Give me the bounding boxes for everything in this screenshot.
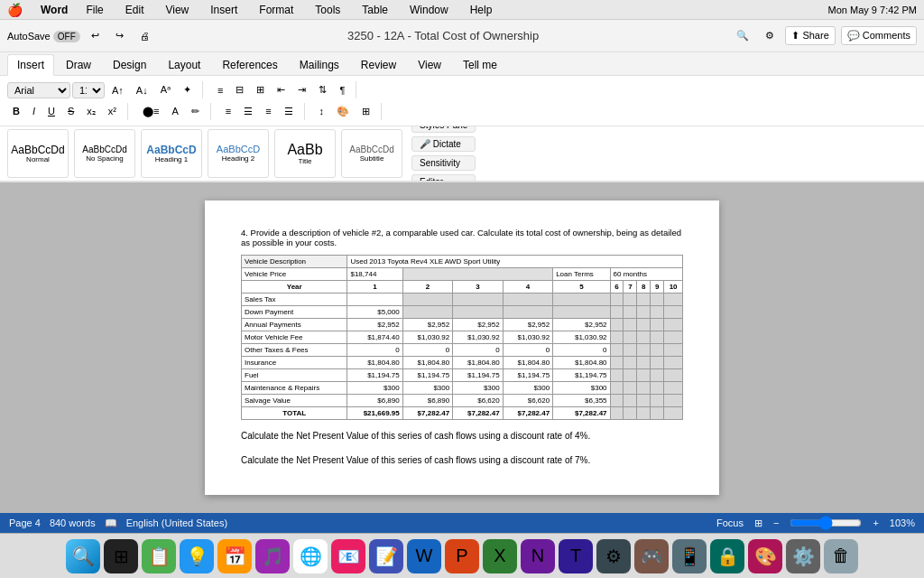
increase-indent-icon[interactable]: ⇥: [292, 81, 311, 98]
cost-table: Vehicle Description Used 2013 Toyota Rev…: [241, 255, 683, 420]
superscript-button[interactable]: x²: [103, 103, 122, 119]
style-heading1[interactable]: AaBbCcD Heading 1: [141, 129, 202, 178]
strikethrough-button[interactable]: S: [62, 103, 79, 119]
style-heading2[interactable]: AaBbCcD Heading 2: [208, 129, 269, 178]
dock-app5[interactable]: 📅: [217, 539, 252, 573]
dock-launchpad[interactable]: ⊞: [104, 539, 138, 573]
tab-design[interactable]: Design: [103, 54, 156, 75]
vehicle-desc-value: Used 2013 Toyota Rev4 XLE AWD Sport Util…: [347, 256, 683, 268]
menu-tools[interactable]: Tools: [311, 2, 344, 18]
menu-format[interactable]: Format: [255, 2, 297, 18]
tab-layout[interactable]: Layout: [158, 54, 210, 75]
menu-insert[interactable]: Insert: [207, 2, 241, 18]
tab-references[interactable]: References: [212, 54, 287, 75]
table-row: Salvage Value $6,890 $6,890 $6,620 $6,62…: [242, 395, 683, 407]
align-left-button[interactable]: ⬤≡: [137, 103, 164, 120]
dock-teams[interactable]: T: [559, 539, 593, 573]
menu-file[interactable]: File: [82, 2, 106, 18]
year-header: Year: [242, 281, 347, 294]
focus-button[interactable]: Focus: [716, 517, 744, 528]
sort-icon[interactable]: ⇅: [313, 81, 332, 98]
text-justify[interactable]: ☰: [279, 103, 299, 120]
settings-icon[interactable]: ⚙: [760, 27, 780, 44]
menu-view[interactable]: View: [162, 2, 192, 18]
show-marks-icon[interactable]: ¶: [334, 82, 350, 98]
subscript-button[interactable]: x₂: [81, 103, 101, 120]
zoom-out-icon[interactable]: −: [773, 517, 779, 528]
dock-app19[interactable]: 🎨: [748, 539, 782, 573]
increase-font-icon[interactable]: A↑: [106, 82, 129, 98]
comments-button[interactable]: 💬 Comments: [841, 26, 917, 45]
dock-app8[interactable]: 📧: [331, 539, 365, 573]
editor-button[interactable]: Editor: [411, 174, 476, 182]
dock-powerpoint[interactable]: P: [445, 539, 479, 573]
language-label: English (United States): [126, 517, 228, 528]
table-row: Motor Vehicle Fee $1,874.40 $1,030.92 $1…: [242, 331, 683, 344]
bold-button[interactable]: B: [7, 103, 25, 119]
redo-icon[interactable]: ↪: [110, 27, 129, 44]
numbering-icon[interactable]: ⊟: [230, 81, 249, 98]
borders-button[interactable]: ⊞: [356, 103, 375, 120]
zoom-slider[interactable]: [790, 516, 862, 530]
tab-view[interactable]: View: [408, 54, 451, 75]
font-select[interactable]: Arial: [7, 82, 70, 98]
dock-app9[interactable]: 📝: [369, 539, 403, 573]
decrease-font-icon[interactable]: A↓: [131, 82, 153, 98]
underline-button[interactable]: U: [42, 103, 60, 119]
text-align-left[interactable]: ≡: [220, 103, 236, 119]
tab-insert[interactable]: Insert: [7, 54, 54, 76]
dock-app4[interactable]: 💡: [180, 539, 214, 573]
zoom-in-icon[interactable]: +: [873, 517, 878, 528]
dock-app17[interactable]: 📱: [672, 539, 707, 573]
dock-chrome[interactable]: 🌐: [293, 539, 328, 573]
menu-table[interactable]: Table: [358, 2, 392, 18]
search-icon[interactable]: 🔍: [731, 27, 754, 44]
dock-app18[interactable]: 🔒: [710, 539, 744, 573]
dock-app6[interactable]: 🎵: [255, 539, 290, 573]
menu-window[interactable]: Window: [406, 2, 452, 18]
line-spacing-button[interactable]: ↕: [314, 103, 330, 119]
font-format-icon[interactable]: Aᵃ: [155, 81, 176, 98]
sensitivity-button[interactable]: Sensitivity: [411, 155, 476, 171]
dock-trash[interactable]: 🗑: [824, 539, 858, 573]
tab-mailings[interactable]: Mailings: [290, 54, 349, 75]
font-color-button[interactable]: A: [166, 103, 183, 119]
dock-app3[interactable]: 📋: [142, 539, 176, 573]
apple-menu-icon[interactable]: 🍎: [7, 3, 23, 17]
dock-onenote[interactable]: N: [521, 539, 555, 573]
menu-help[interactable]: Help: [467, 2, 496, 18]
decrease-indent-icon[interactable]: ⇤: [272, 81, 291, 98]
shading-button[interactable]: 🎨: [331, 103, 355, 120]
dock-excel[interactable]: X: [483, 539, 517, 573]
tab-review[interactable]: Review: [351, 54, 406, 75]
view-mode-icon[interactable]: ⊞: [754, 517, 762, 529]
dock-app15[interactable]: ⚙: [596, 539, 631, 573]
dictate-button[interactable]: 🎤 Dictate: [411, 136, 476, 152]
undo-icon[interactable]: ↩: [86, 27, 105, 44]
font-size-select[interactable]: 11: [72, 82, 105, 98]
tab-tell-me[interactable]: Tell me: [453, 54, 507, 75]
style-subtitle[interactable]: AaBbCcDd Subtitle: [341, 129, 402, 178]
vehicle-price-value: $18,744: [347, 268, 402, 281]
print-icon[interactable]: 🖨: [134, 28, 155, 44]
multilevel-icon[interactable]: ⊞: [251, 81, 270, 98]
text-align-center[interactable]: ☰: [238, 103, 258, 120]
dock-settings[interactable]: ⚙️: [786, 539, 820, 573]
dock-word[interactable]: W: [407, 539, 441, 573]
price-loan-row: Vehicle Price $18,744 Loan Terms 60 mont…: [242, 268, 683, 281]
dock-finder[interactable]: 🔍: [66, 539, 100, 573]
share-button[interactable]: ⬆ Share: [785, 26, 835, 45]
clear-format-icon[interactable]: ✦: [178, 81, 197, 98]
menu-edit[interactable]: Edit: [122, 2, 148, 18]
styles-pane-button[interactable]: Styles Pane: [411, 126, 476, 133]
highlight-button[interactable]: ✏: [186, 103, 205, 120]
autosave-toggle[interactable]: AutoSave OFF: [7, 31, 80, 42]
style-normal[interactable]: AaBbCcDd Normal: [7, 129, 69, 178]
text-align-right[interactable]: ≡: [260, 103, 276, 119]
style-title[interactable]: AaBb Title: [274, 129, 336, 178]
tab-draw[interactable]: Draw: [56, 54, 101, 75]
style-no-spacing[interactable]: AaBbCcDd No Spacing: [74, 129, 135, 178]
italic-button[interactable]: I: [27, 103, 41, 119]
bullets-icon[interactable]: ≡: [212, 82, 228, 98]
dock-app16[interactable]: 🎮: [634, 539, 669, 573]
